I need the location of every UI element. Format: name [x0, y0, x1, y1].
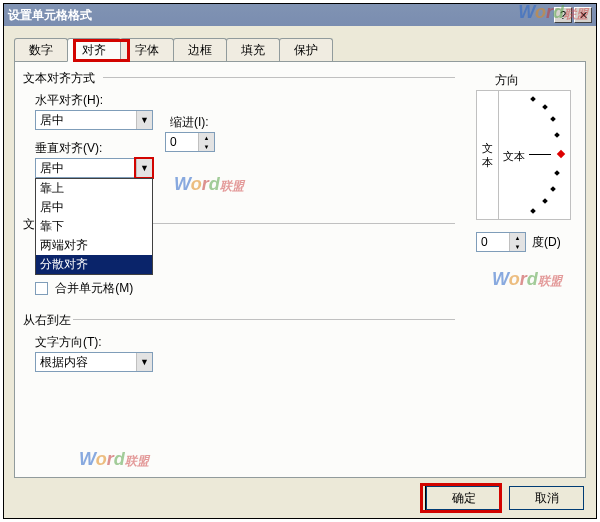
close-button[interactable]: ✕: [574, 7, 592, 23]
merge-cells-row[interactable]: 合并单元格(M): [35, 280, 133, 297]
cancel-button[interactable]: 取消: [509, 486, 584, 510]
tab-align[interactable]: 对齐: [67, 38, 121, 62]
tabs: 数字 对齐 字体 边框 填充 保护: [14, 38, 586, 61]
degree-value: 0: [477, 235, 509, 249]
text-dir-combo[interactable]: 根据内容 ▼: [35, 352, 153, 372]
spin-up-icon[interactable]: ▲: [198, 133, 214, 142]
chevron-down-icon: ▼: [136, 353, 152, 371]
dialog-window: 设置单元格格式 ? ✕ 数字 对齐 字体 边框 填充 保护 文本对齐方式 水平对…: [3, 3, 597, 519]
v-align-option-bottom[interactable]: 靠下: [36, 217, 152, 236]
v-align-value: 居中: [36, 160, 136, 177]
text-dir-label: 文字方向(T):: [35, 334, 102, 351]
tab-border[interactable]: 边框: [173, 38, 227, 61]
v-align-option-center[interactable]: 居中: [36, 198, 152, 217]
orientation-label: 方向: [491, 72, 523, 89]
degree-label: 度(D): [532, 234, 561, 251]
orientation-dial-text: 文本: [503, 149, 525, 164]
spin-down-icon[interactable]: ▼: [198, 142, 214, 151]
window-title: 设置单元格格式: [8, 7, 92, 24]
indent-value: 0: [166, 135, 198, 149]
tab-font[interactable]: 字体: [120, 38, 174, 61]
indent-label: 缩进(I):: [170, 114, 209, 131]
merge-label: 合并单元格(M): [55, 281, 133, 295]
text-dir-value: 根据内容: [36, 354, 136, 371]
v-align-label: 垂直对齐(V):: [35, 140, 102, 157]
help-button[interactable]: ?: [554, 7, 572, 23]
h-align-label: 水平对齐(H):: [35, 92, 103, 109]
rtl-group-label: 从右到左: [23, 312, 71, 329]
divider: [103, 77, 455, 78]
h-align-value: 居中: [36, 112, 136, 129]
v-align-option-justify[interactable]: 两端对齐: [36, 236, 152, 255]
merge-checkbox[interactable]: [35, 282, 48, 295]
spin-up-icon[interactable]: ▲: [509, 233, 525, 242]
degree-spinner[interactable]: 0 ▲▼: [476, 232, 526, 252]
h-align-combo[interactable]: 居中 ▼: [35, 110, 153, 130]
window-controls: ? ✕: [554, 7, 592, 23]
v-align-combo[interactable]: 居中 ▼: [35, 158, 153, 178]
chevron-down-icon: ▼: [136, 159, 152, 177]
chevron-down-icon: ▼: [136, 111, 152, 129]
orientation-vertical-text[interactable]: 文本: [477, 91, 499, 219]
v-align-option-distributed[interactable]: 分散对齐: [36, 255, 152, 274]
tab-number[interactable]: 数字: [14, 38, 68, 61]
divider: [73, 319, 455, 320]
tab-fill[interactable]: 填充: [226, 38, 280, 61]
spin-down-icon[interactable]: ▼: [509, 242, 525, 251]
v-align-option-top[interactable]: 靠上: [36, 179, 152, 198]
ok-button-highlight: [420, 483, 502, 513]
titlebar: 设置单元格格式 ? ✕: [4, 4, 596, 26]
orientation-group: 方向 文本 文本: [476, 84, 571, 279]
orientation-handle[interactable]: [557, 150, 565, 158]
orientation-dial[interactable]: 文本: [499, 91, 570, 219]
text-align-group-label: 文本对齐方式: [23, 70, 95, 87]
text-control-partial-label: 文: [23, 216, 35, 233]
tab-protect[interactable]: 保护: [279, 38, 333, 61]
orientation-preview[interactable]: 文本 文本: [476, 90, 571, 220]
v-align-dropdown[interactable]: 靠上 居中 靠下 两端对齐 分散对齐: [35, 178, 153, 275]
indent-spinner[interactable]: 0 ▲▼: [165, 132, 215, 152]
orientation-line: [529, 154, 551, 155]
alignment-panel: 文本对齐方式 水平对齐(H): 居中 ▼ 缩进(I): 0 ▲▼ 垂直对齐(V)…: [14, 61, 586, 478]
